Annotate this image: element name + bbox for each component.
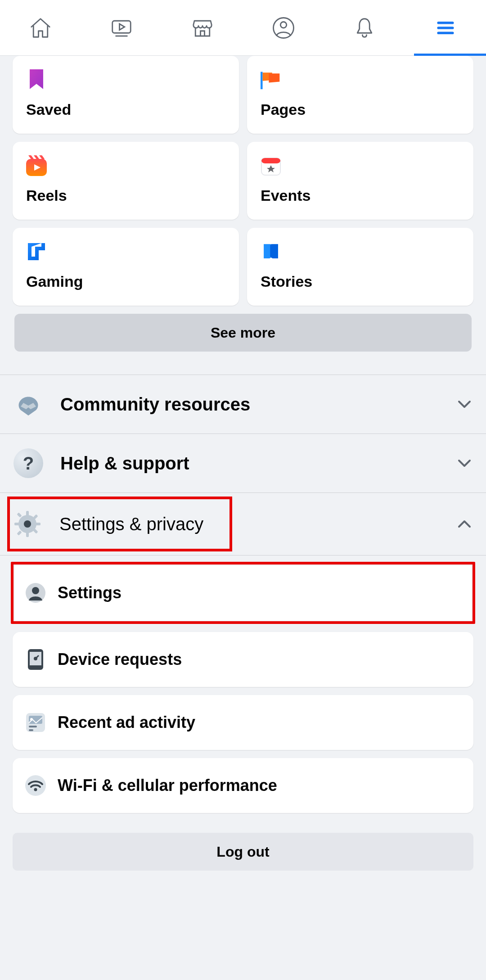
events-icon — [261, 155, 281, 176]
chevron-down-icon — [456, 455, 472, 471]
svg-rect-0 — [112, 21, 131, 33]
help-support-icon: ? — [14, 448, 43, 478]
community-resources-icon — [14, 389, 43, 419]
saved-icon — [26, 69, 47, 90]
nav-tab-home[interactable] — [0, 0, 81, 55]
highlight-settings-privacy-header: Settings & privacy — [7, 497, 232, 551]
shortcut-saved[interactable]: Saved — [13, 56, 239, 134]
svg-rect-29 — [29, 729, 33, 731]
menu-icon — [433, 16, 458, 40]
svg-rect-6 — [261, 72, 263, 90]
shortcut-label: Reels — [26, 187, 225, 204]
svg-rect-12 — [26, 532, 29, 537]
settings-privacy-icon — [13, 509, 42, 539]
stories-icon — [261, 241, 281, 262]
reels-icon — [26, 155, 47, 176]
section-community-resources[interactable]: Community resources — [0, 375, 486, 434]
nav-tab-menu[interactable] — [405, 0, 486, 55]
svg-rect-13 — [14, 523, 20, 525]
highlight-settings-item: Settings — [11, 562, 475, 624]
settings-item-label: Recent ad activity — [58, 713, 195, 732]
shortcut-label: Pages — [261, 101, 460, 118]
section-title: Community resources — [60, 394, 439, 415]
pages-icon — [261, 69, 281, 90]
svg-rect-18 — [17, 530, 22, 535]
svg-rect-28 — [29, 726, 37, 727]
svg-point-19 — [24, 520, 31, 528]
section-settings-privacy[interactable]: Settings & privacy — [0, 493, 486, 555]
section-title: Settings & privacy — [59, 514, 203, 534]
recent-ad-activity-icon — [24, 711, 47, 734]
svg-point-31 — [34, 788, 37, 791]
settings-item-wifi-cellular[interactable]: Wi-Fi & cellular performance — [13, 758, 473, 813]
nav-tab-notifications[interactable] — [324, 0, 405, 55]
logout-button[interactable]: Log out — [13, 833, 473, 871]
shortcut-gaming[interactable]: Gaming — [13, 228, 239, 306]
section-help-support[interactable]: ? Help & support — [0, 434, 486, 493]
shortcut-events[interactable]: Events — [247, 142, 473, 220]
marketplace-icon — [190, 16, 215, 40]
nav-tab-profile[interactable] — [243, 0, 324, 55]
see-more-button[interactable]: See more — [14, 314, 472, 352]
svg-point-2 — [280, 22, 287, 28]
shortcuts-grid: Saved Pages Reels — [0, 56, 486, 306]
settings-item-recent-ad-activity[interactable]: Recent ad activity — [13, 695, 473, 750]
chevron-down-icon — [456, 396, 472, 412]
logout-label: Log out — [216, 844, 269, 860]
shortcut-reels[interactable]: Reels — [13, 142, 239, 220]
settings-item-label: Wi-Fi & cellular performance — [58, 776, 277, 795]
bell-icon — [352, 16, 377, 40]
device-requests-icon — [24, 648, 47, 671]
shortcut-label: Stories — [261, 273, 460, 290]
nav-tab-video[interactable] — [81, 0, 162, 55]
settings-item-settings[interactable]: Settings — [14, 565, 472, 620]
svg-rect-11 — [26, 511, 29, 516]
svg-point-21 — [32, 587, 39, 594]
profile-icon — [271, 16, 296, 40]
settings-items-list: Device requests Recent ad activity Wi-Fi — [0, 632, 486, 813]
shortcut-label: Saved — [26, 101, 225, 118]
shortcut-pages[interactable]: Pages — [247, 56, 473, 134]
nav-tab-marketplace[interactable] — [162, 0, 243, 55]
svg-rect-9 — [261, 158, 280, 163]
see-more-label: See more — [211, 325, 275, 341]
wifi-icon — [24, 774, 47, 797]
video-icon — [109, 16, 134, 40]
settings-item-device-requests[interactable]: Device requests — [13, 632, 473, 687]
svg-rect-14 — [35, 523, 40, 525]
shortcut-stories[interactable]: Stories — [247, 228, 473, 306]
shortcut-label: Gaming — [26, 273, 225, 290]
svg-rect-15 — [17, 512, 22, 517]
section-title: Help & support — [60, 453, 439, 474]
settings-item-label: Settings — [58, 583, 122, 602]
chevron-up-icon — [456, 516, 472, 532]
settings-item-label: Device requests — [58, 650, 182, 669]
shortcut-label: Events — [261, 187, 460, 204]
home-icon — [28, 16, 53, 40]
top-nav — [0, 0, 486, 56]
settings-icon — [24, 582, 47, 604]
gaming-icon — [26, 241, 47, 262]
